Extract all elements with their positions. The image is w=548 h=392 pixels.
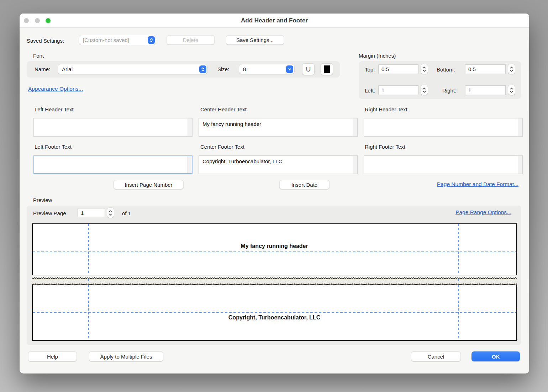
left-header-textarea[interactable] — [33, 118, 193, 137]
minimize-window-icon — [35, 18, 40, 23]
underline-icon: U — [306, 65, 311, 73]
add-header-footer-dialog: Add Header and Footer Saved Settings: [C… — [20, 14, 529, 374]
margin-top-stepper[interactable] — [421, 64, 428, 74]
footer-margin-guide — [33, 312, 516, 313]
margin-right-input[interactable] — [465, 85, 506, 95]
font-size-value: 8 — [239, 66, 286, 72]
stepper-down-icon — [510, 70, 513, 72]
popup-chevrons-icon — [199, 65, 206, 73]
scrollbar-gutter — [187, 156, 192, 173]
right-header-text — [364, 118, 517, 136]
preview-section-label: Preview — [33, 197, 52, 203]
right-footer-label: Right Footer Text — [365, 144, 405, 150]
stepper-down-icon — [423, 91, 426, 93]
preview-group: Preview Page of 1 Page Range Options... … — [27, 206, 521, 345]
scrollbar-gutter — [518, 118, 522, 136]
save-settings-button[interactable]: Save Settings... — [226, 35, 284, 45]
stepper-down-icon — [510, 91, 513, 93]
margin-top-label: Top: — [365, 67, 375, 73]
appearance-options-link[interactable]: Appearance Options... — [28, 86, 83, 92]
stepper-up-icon — [109, 210, 112, 212]
cancel-button[interactable]: Cancel — [411, 351, 461, 361]
saved-settings-dropdown[interactable]: [Custom-not saved] — [79, 35, 156, 45]
margin-section-label: Margin (Inches) — [359, 53, 396, 59]
stepper-up-icon — [510, 88, 513, 90]
preview-page-label: Preview Page — [33, 210, 66, 216]
center-footer-label: Center Footer Text — [200, 144, 244, 150]
popup-chevrons-icon — [148, 36, 155, 44]
margin-left-stepper[interactable] — [421, 85, 428, 95]
right-margin-guide — [458, 285, 459, 338]
insert-date-button[interactable]: Insert Date — [279, 180, 330, 189]
scrollbar-gutter — [353, 118, 357, 136]
preview-footer-text: Copyright, Turboencabulator, LLC — [33, 314, 516, 321]
left-header-text — [34, 118, 187, 136]
ok-button[interactable]: OK — [471, 351, 520, 361]
torn-edge-top-piece — [32, 275, 517, 279]
font-name-label: Name: — [35, 66, 50, 72]
right-header-label: Right Header Text — [365, 106, 407, 112]
center-header-label: Center Header Text — [200, 106, 247, 112]
torn-edge-bottom-piece — [32, 281, 517, 285]
right-header-textarea[interactable] — [364, 118, 523, 137]
preview-page-stepper[interactable] — [107, 208, 114, 218]
preview-page-input[interactable] — [78, 208, 105, 217]
font-group: Name: Arial Size: 8 U — [27, 61, 340, 78]
font-name-dropdown[interactable]: Arial — [58, 64, 207, 74]
combo-chevron-icon — [286, 65, 293, 73]
margin-left-input[interactable] — [378, 85, 418, 95]
delete-button: Delete — [167, 35, 215, 45]
close-window-icon — [24, 18, 29, 23]
page-number-date-format-link[interactable]: Page Number and Date Format... — [437, 181, 518, 187]
dialog-title: Add Header and Footer — [20, 14, 529, 28]
right-margin-guide — [458, 279, 459, 281]
margin-group: Top: Bottom: Left: Right: — [359, 61, 521, 99]
underline-button[interactable]: U — [302, 63, 315, 75]
insert-page-number-button[interactable]: Insert Page Number — [114, 180, 184, 189]
left-margin-guide — [88, 285, 89, 338]
font-section-label: Font — [33, 53, 44, 59]
margin-left-label: Left: — [365, 88, 375, 94]
left-footer-label: Left Footer Text — [35, 144, 72, 150]
font-name-value: Arial — [58, 66, 199, 72]
margin-right-stepper[interactable] — [508, 85, 515, 95]
right-footer-textarea[interactable] — [364, 155, 523, 174]
center-header-text: My fancy running header — [199, 118, 352, 136]
color-swatch-icon — [324, 65, 330, 73]
left-margin-guide — [88, 279, 89, 281]
margin-bottom-label: Bottom: — [437, 67, 455, 73]
stepper-down-icon — [423, 70, 426, 72]
center-footer-textarea[interactable]: Copyright, Turboencabulator, LLC — [199, 155, 358, 174]
page-range-options-link[interactable]: Page Range Options... — [455, 209, 511, 216]
page-preview-bottom: Copyright, Turboencabulator, LLC — [32, 285, 517, 341]
center-footer-text: Copyright, Turboencabulator, LLC — [199, 156, 352, 174]
torn-gap — [32, 279, 517, 281]
stepper-up-icon — [510, 67, 513, 69]
page-preview-top: My fancy running header — [32, 223, 517, 275]
scrollbar-gutter — [353, 156, 357, 174]
zoom-window-icon[interactable] — [46, 18, 51, 23]
margin-top-input[interactable] — [378, 64, 418, 74]
apply-to-multiple-files-button[interactable]: Apply to Multiple Files — [89, 351, 163, 361]
preview-page-count: of 1 — [122, 210, 131, 216]
scrollbar-gutter — [518, 156, 522, 174]
margin-bottom-input[interactable] — [465, 64, 506, 74]
font-size-dropdown[interactable]: 8 — [239, 64, 294, 74]
stepper-up-icon — [423, 67, 426, 69]
left-footer-text — [34, 156, 187, 173]
stepper-down-icon — [109, 213, 112, 216]
margin-bottom-stepper[interactable] — [508, 64, 515, 74]
saved-settings-value: [Custom-not saved] — [79, 37, 148, 43]
margin-right-label: Right: — [442, 88, 456, 94]
saved-settings-label: Saved Settings: — [27, 38, 64, 44]
scrollbar-gutter — [188, 118, 192, 136]
right-margin-guide — [458, 224, 459, 275]
left-margin-guide — [88, 224, 89, 275]
font-size-label: Size: — [217, 66, 229, 72]
left-footer-textarea[interactable] — [33, 155, 193, 174]
left-header-label: Left Header Text — [35, 106, 74, 112]
help-button[interactable]: Help — [28, 351, 77, 361]
center-header-textarea[interactable]: My fancy running header — [199, 118, 358, 137]
font-color-well[interactable] — [321, 63, 333, 75]
titlebar: Add Header and Footer — [20, 14, 529, 28]
